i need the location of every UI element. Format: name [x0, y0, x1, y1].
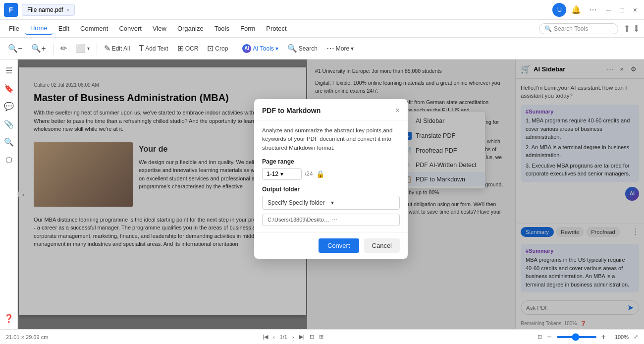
sidebar-bookmark-icon[interactable]: 🔖 [2, 81, 16, 95]
title-bar-actions: U 🔔 ⋯ ─ □ × [552, 3, 640, 17]
lock-icon: 🔒 [316, 170, 324, 178]
sidebar-comment-icon[interactable]: 💬 [2, 99, 16, 113]
status-bar: 21.01 × 29.69 cm |◀ ‹ 1/1 › ▶| ⊡ ⊞ ⊡ − +… [0, 329, 644, 344]
sidebar-layers-icon[interactable]: ⬡ [2, 153, 16, 167]
modal-close-button[interactable]: × [395, 106, 400, 115]
maximize-button[interactable]: □ [617, 6, 627, 14]
page-display-icon[interactable]: ⊡ [537, 334, 542, 340]
search-icon: 🔍 [544, 25, 552, 32]
page-indicator: 1/1 [280, 334, 287, 340]
zoom-percentage: 100% [611, 334, 629, 340]
eraser-button[interactable]: ✏ [56, 42, 71, 55]
sidebar-attachment-icon[interactable]: 📎 [2, 117, 16, 131]
more-icon: ⋯ [326, 44, 334, 53]
user-avatar[interactable]: U [552, 3, 566, 17]
search-tools-placeholder: Search Tools [554, 25, 588, 32]
menu-file[interactable]: File [4, 23, 24, 34]
rect-button[interactable]: ⬜ ▾ [72, 42, 94, 55]
zoom-in-button[interactable]: 🔍+ [27, 42, 50, 55]
ai-tools-button[interactable]: AI AI Tools ▾ [238, 42, 282, 55]
page-range-row: 1-12 ▾ /24 🔒 [262, 168, 400, 180]
separator-3 [235, 43, 235, 55]
more-caret-icon: ▾ [351, 45, 354, 52]
add-text-button[interactable]: T Add Text [135, 42, 172, 55]
close-window-button[interactable]: × [630, 6, 640, 14]
close-tab-button[interactable]: × [66, 7, 69, 13]
path-more-icon[interactable]: ⋯ [332, 217, 394, 223]
modal-body: Analyze and summarize the abstract,key p… [254, 120, 408, 232]
convert-button[interactable]: Convert [319, 238, 359, 253]
menu-tools[interactable]: Tools [210, 23, 234, 34]
add-text-icon: T [139, 44, 144, 53]
ai-tools-caret-icon: ▾ [275, 45, 278, 52]
ocr-icon: ⊞ [177, 44, 184, 53]
separator-1 [53, 43, 54, 55]
menu-convert[interactable]: Convert [114, 23, 147, 34]
more-label: More [336, 45, 349, 52]
modal-footer: Convert Cancel [254, 232, 408, 259]
eraser-icon: ✏ [60, 44, 67, 53]
cloud-actions: ⬆ ⬇ [623, 23, 640, 34]
zoom-in-icon: 🔍+ [31, 44, 46, 53]
view-mode-icon-1[interactable]: ⊡ [310, 334, 314, 340]
zoom-in-status-icon[interactable]: + [601, 333, 606, 342]
sidebar-hamburger-icon[interactable]: ☰ [2, 63, 16, 77]
menu-comment[interactable]: Comment [75, 23, 113, 34]
file-tab-name: File name.pdf [27, 6, 63, 13]
edit-all-button[interactable]: ✎ Edit All [100, 42, 134, 55]
nav-prev-icon[interactable]: ‹ [273, 334, 275, 340]
menu-home[interactable]: Home [25, 22, 53, 35]
menu-organize[interactable]: Organize [172, 23, 209, 34]
menu-form[interactable]: Form [235, 23, 260, 34]
app-logo: F [4, 3, 18, 17]
zoom-out-status-icon[interactable]: − [547, 333, 551, 342]
title-bar: F File name.pdf × U 🔔 ⋯ ─ □ × [0, 0, 644, 20]
modal-description: Analyze and summarize the abstract,key p… [262, 126, 400, 152]
menu-protect[interactable]: Protect [261, 23, 291, 34]
menu-edit[interactable]: Edit [54, 23, 74, 34]
zoom-slider[interactable] [557, 336, 596, 338]
cloud-download-icon[interactable]: ⬇ [633, 23, 640, 34]
output-folder-label: Output folder [262, 186, 400, 193]
file-tab[interactable]: File name.pdf × [22, 4, 75, 16]
page-total: /24 [305, 171, 313, 177]
sidebar-help-icon[interactable]: ❓ [2, 311, 16, 325]
ai-tools-label: AI Tools [253, 45, 273, 52]
zoom-out-button[interactable]: 🔍− [4, 42, 26, 55]
sidebar-search-icon[interactable]: 🔍 [2, 135, 16, 149]
zoom-out-icon: 🔍− [8, 44, 22, 53]
crop-label: Crop [215, 45, 228, 52]
zoom-slider-row [557, 336, 596, 338]
crop-icon: ⊡ [207, 44, 214, 53]
nav-next-icon[interactable]: › [292, 334, 294, 340]
toolbar: 🔍− 🔍+ ✏ ⬜ ▾ ✎ Edit All T Add Text ⊞ OCR … [0, 38, 644, 59]
path-row: C:\Users\13809\Desktop\PDF... ⋯ [262, 214, 400, 226]
more-button[interactable]: ⋯ More ▾ [322, 42, 358, 55]
crop-button[interactable]: ⊡ Crop [203, 42, 232, 55]
path-value: C:\Users\13809\Desktop\PDF... [268, 217, 330, 223]
nav-start-icon[interactable]: |◀ [263, 334, 268, 340]
cancel-button[interactable]: Cancel [364, 238, 400, 253]
main-layout: ☰ 🔖 💬 📎 🔍 ⬡ ❓ ‹ Culture 02 Jul 2021 06:0… [0, 59, 644, 329]
minimize-button[interactable]: ─ [603, 6, 614, 14]
search-label: Search [299, 45, 318, 52]
modal-overlay: PDF to Markdown × Analyze and summarize … [18, 59, 644, 329]
search-button[interactable]: 🔍 Search [283, 42, 322, 55]
nav-end-icon[interactable]: ▶| [299, 334, 305, 340]
ocr-label: OCR [185, 45, 199, 52]
edit-all-label: Edit All [112, 45, 130, 52]
cloud-upload-icon[interactable]: ⬆ [623, 23, 631, 34]
page-range-value: 1-12 [267, 171, 278, 177]
menu-view[interactable]: View [148, 23, 171, 34]
folder-dropdown[interactable]: Specify Specify folder ▾ [262, 196, 400, 210]
view-mode-icon-2[interactable]: ⊞ [319, 334, 323, 340]
ocr-button[interactable]: ⊞ OCR [173, 42, 203, 55]
more-dots-icon[interactable]: ⋯ [586, 3, 600, 17]
left-sidebar: ☰ 🔖 💬 📎 🔍 ⬡ ❓ [0, 59, 18, 329]
add-text-label: Add Text [145, 45, 168, 52]
bell-icon[interactable]: 🔔 [569, 3, 583, 17]
menu-bar: File Home Edit Comment Convert View Orga… [0, 20, 644, 38]
menu-search-box[interactable]: 🔍 Search Tools [539, 23, 618, 34]
page-range-input[interactable]: 1-12 ▾ [262, 168, 302, 180]
fit-page-icon[interactable]: ⤢ [634, 334, 638, 340]
